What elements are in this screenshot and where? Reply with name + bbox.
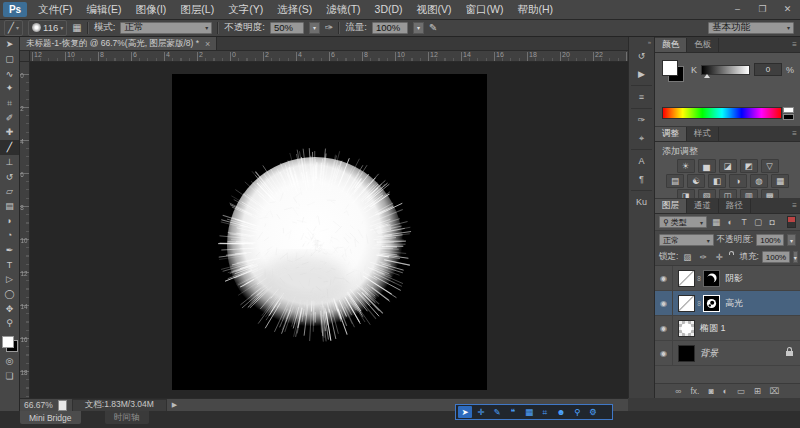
- color-swatches[interactable]: [662, 60, 684, 82]
- panel-menu-icon[interactable]: ≡: [792, 129, 797, 138]
- pointer-icon[interactable]: ➤: [458, 406, 472, 418]
- toggle-brush-panel-icon[interactable]: ▦: [72, 22, 81, 33]
- lock-transparent-icon[interactable]: ▨: [681, 252, 693, 262]
- layer-thumbnail[interactable]: [678, 295, 695, 312]
- tab-channels[interactable]: 通道: [687, 199, 719, 213]
- mask-link-icon[interactable]: ∞: [696, 274, 703, 282]
- canvas[interactable]: [172, 74, 487, 390]
- lock-move-icon[interactable]: ✛: [713, 252, 725, 262]
- status-expand-icon[interactable]: ▶: [172, 401, 177, 409]
- lasso-tool[interactable]: ∿: [0, 66, 19, 81]
- layer-opacity-value[interactable]: 100%: [756, 234, 784, 246]
- layer-row[interactable]: ◉椭圆 1: [655, 316, 800, 341]
- history-panel-icon[interactable]: ↺: [631, 47, 652, 65]
- visibility-cell[interactable]: ◉: [655, 266, 673, 290]
- mini-bridge-tab[interactable]: Mini Bridge: [20, 411, 81, 424]
- text-icon[interactable]: ❝: [506, 406, 520, 418]
- layer-style-icon[interactable]: fx.: [690, 386, 699, 396]
- menu-item-edit[interactable]: 编辑(E): [79, 0, 128, 19]
- healing-brush-tool[interactable]: ✚: [0, 125, 19, 140]
- menu-item-image[interactable]: 图像(I): [128, 0, 173, 19]
- timeline-tab[interactable]: 时间轴: [105, 411, 149, 424]
- character-panel-icon[interactable]: A: [631, 152, 652, 170]
- levels-icon[interactable]: ▅: [698, 159, 716, 173]
- close-document-icon[interactable]: ×: [205, 39, 210, 49]
- gear-icon[interactable]: ⚙: [586, 406, 600, 418]
- brush-panel-icon[interactable]: ✑: [631, 111, 652, 129]
- layer-thumbnail[interactable]: [678, 345, 695, 362]
- screen-mode-icon[interactable]: ❏: [0, 368, 19, 383]
- new-group-icon[interactable]: ▭: [737, 386, 745, 396]
- pen-icon[interactable]: ✎: [490, 406, 504, 418]
- move-icon[interactable]: ✛: [474, 406, 488, 418]
- properties-panel-icon[interactable]: ≡: [631, 88, 652, 106]
- workspace-select[interactable]: 基本功能▾: [708, 22, 794, 34]
- k-value[interactable]: 0: [754, 63, 782, 76]
- menu-item-help[interactable]: 帮助(H): [511, 0, 561, 19]
- expand-panels-icon[interactable]: »: [648, 39, 654, 47]
- foreground-color-swatch[interactable]: [2, 336, 14, 348]
- filter-toggle-icon[interactable]: [787, 216, 796, 228]
- clone-stamp-tool[interactable]: ⊥: [0, 155, 19, 170]
- marquee-tool[interactable]: ▢: [0, 52, 19, 67]
- eye-icon[interactable]: ◉: [660, 324, 667, 333]
- pasteboard[interactable]: [30, 62, 628, 398]
- layer-opacity-dropdown-button[interactable]: ▾: [787, 234, 796, 246]
- move-tool[interactable]: ➤: [0, 37, 19, 52]
- spectrum-bw-swatches[interactable]: [783, 107, 794, 119]
- visibility-cell[interactable]: ◉: [655, 341, 673, 365]
- add-mask-icon[interactable]: ◙: [708, 386, 713, 396]
- foreground-color-swatch[interactable]: [662, 60, 678, 76]
- color-lookup-icon[interactable]: ▦: [771, 174, 789, 188]
- zoom-level-value[interactable]: 66.67%: [24, 400, 53, 410]
- blur-tool[interactable]: ◗: [0, 213, 19, 228]
- panel-menu-icon[interactable]: ≡: [792, 201, 797, 210]
- tab-layers[interactable]: 图层: [655, 199, 687, 213]
- airbrush-opacity-icon[interactable]: ✑: [325, 22, 333, 33]
- quick-mask-icon[interactable]: ◎: [0, 354, 19, 369]
- black-white-icon[interactable]: ◧: [708, 174, 726, 188]
- image-icon[interactable]: ▦: [522, 406, 536, 418]
- person-icon[interactable]: ☻: [554, 406, 568, 418]
- layer-thumbnail[interactable]: [678, 320, 695, 337]
- layer-row[interactable]: ◉∞阴影: [655, 266, 800, 291]
- k-slider-knob[interactable]: [704, 74, 710, 78]
- tab-adjustments[interactable]: 调整: [655, 127, 687, 141]
- paragraph-panel-icon[interactable]: ¶: [631, 170, 652, 188]
- menu-item-window[interactable]: 窗口(W): [459, 0, 511, 19]
- layer-blend-mode-select[interactable]: 正常▾: [659, 234, 714, 246]
- tool-preset-picker[interactable]: ╱ ▾: [4, 20, 23, 36]
- lock-paint-icon[interactable]: ✑: [697, 252, 709, 262]
- menu-item-file[interactable]: 文件(F): [31, 0, 79, 19]
- layer-mask-thumbnail[interactable]: [703, 270, 720, 287]
- dodge-tool[interactable]: ◔: [0, 228, 19, 243]
- crop-icon[interactable]: ⌗: [538, 406, 552, 418]
- color-balance-icon[interactable]: ☯: [687, 174, 705, 188]
- curves-icon[interactable]: ◪: [719, 159, 737, 173]
- layer-fill-dropdown-button[interactable]: ▾: [793, 251, 798, 263]
- hand-tool[interactable]: ✥: [0, 301, 19, 316]
- layer-row[interactable]: ◉背景: [655, 341, 800, 366]
- ellipse-tool[interactable]: ◯: [0, 287, 19, 302]
- quick-selection-tool[interactable]: ✦: [0, 81, 19, 96]
- layer-row[interactable]: ◉∞高光: [655, 291, 800, 316]
- tab-color[interactable]: 颜色: [655, 38, 687, 52]
- flow-dropdown-button[interactable]: ▾: [413, 22, 424, 34]
- color-spectrum-bar[interactable]: [662, 107, 782, 119]
- restore-button[interactable]: ❐: [750, 0, 775, 19]
- filter-shape-icon[interactable]: ▢: [752, 217, 764, 227]
- eye-icon[interactable]: ◉: [660, 299, 667, 308]
- airbrush-icon[interactable]: ✎: [429, 22, 437, 33]
- link-layers-icon[interactable]: ∞: [675, 386, 681, 396]
- tab-swatches[interactable]: 色板: [687, 38, 719, 52]
- eyedropper-tool[interactable]: ✐: [0, 110, 19, 125]
- menu-item-select[interactable]: 选择(S): [270, 0, 319, 19]
- blend-mode-select[interactable]: 正常▾: [120, 22, 212, 34]
- type-tool[interactable]: T: [0, 257, 19, 272]
- visibility-cell[interactable]: ◉: [655, 291, 673, 315]
- new-layer-icon[interactable]: ⊞: [754, 386, 761, 396]
- filter-type-icon[interactable]: T: [738, 217, 750, 227]
- path-selection-tool[interactable]: ▷: [0, 272, 19, 287]
- black-swatch[interactable]: [783, 114, 794, 120]
- layer-mask-thumbnail[interactable]: [703, 295, 720, 312]
